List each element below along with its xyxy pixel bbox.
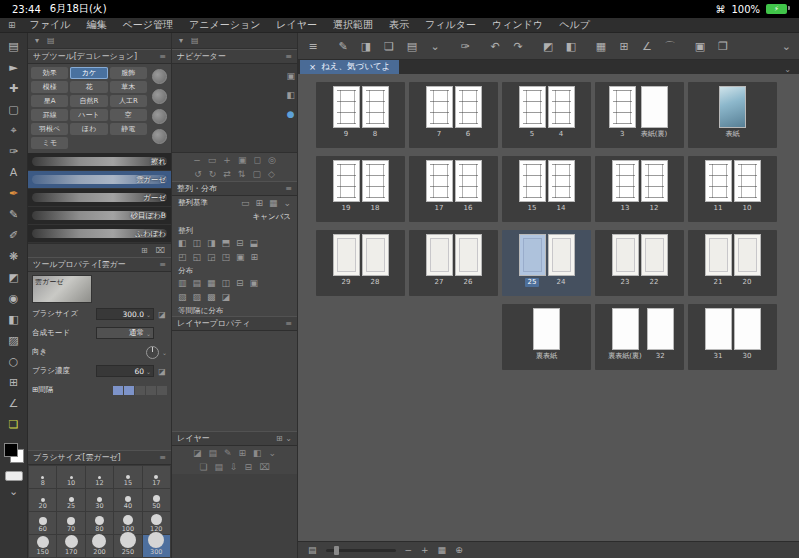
- frame-border-tool[interactable]: ⊞: [3, 372, 24, 393]
- page-thumbnail[interactable]: [426, 86, 453, 128]
- subtool-category-button[interactable]: 人工R: [110, 95, 147, 107]
- new-folder-icon[interactable]: ▤: [215, 462, 224, 472]
- align-bottom-left-icon[interactable]: ◱: [193, 252, 202, 262]
- align-top-right-icon[interactable]: ◳: [222, 252, 231, 262]
- page-cell[interactable]: 15: [519, 160, 546, 213]
- view-options-icon[interactable]: ▤: [308, 545, 317, 555]
- subtool-category-button[interactable]: 罫線: [31, 109, 68, 121]
- menu-item[interactable]: アニメーション: [181, 18, 268, 32]
- snap-special-ruler-icon[interactable]: ⌒: [663, 39, 677, 54]
- page-cell[interactable]: 25: [519, 234, 546, 287]
- distribute-gap-v-icon[interactable]: ▨: [193, 292, 202, 302]
- distribute-spread-icon[interactable]: ◪: [222, 292, 231, 302]
- menu-item[interactable]: フィルター: [417, 18, 484, 32]
- page-cell[interactable]: 17: [426, 160, 453, 213]
- align-h-center-icon[interactable]: ◫: [193, 238, 202, 248]
- main-menu-icon[interactable]: ≡: [306, 40, 320, 53]
- color-swatches[interactable]: [4, 443, 24, 463]
- basis-guide-icon[interactable]: ▦: [269, 198, 278, 208]
- page-thumbnail[interactable]: [647, 308, 674, 350]
- page-spread[interactable]: 3130: [688, 304, 777, 370]
- page-cell[interactable]: 12: [641, 160, 668, 213]
- menu-item[interactable]: ファイル: [22, 18, 79, 32]
- reset-view-icon[interactable]: ◎: [268, 155, 276, 165]
- page-cell[interactable]: 裏表紙(裏): [605, 308, 644, 361]
- zoom-out-icon[interactable]: −: [193, 155, 201, 165]
- auto-select-tool[interactable]: ⌖: [3, 120, 24, 141]
- brush-size-cell[interactable]: 50: [143, 489, 170, 511]
- page-cell[interactable]: 18: [362, 160, 389, 213]
- page-spread[interactable]: 2524: [502, 230, 591, 296]
- page-thumbnail[interactable]: [333, 86, 360, 128]
- brush-item[interactable]: 雲ガーゼ: [28, 171, 171, 189]
- page-thumbnail[interactable]: [734, 160, 761, 202]
- zoom-tool-icon[interactable]: ⊕: [455, 545, 463, 555]
- decoration-tool[interactable]: ❋: [3, 246, 24, 267]
- view-options-icon[interactable]: ▤: [308, 545, 317, 555]
- app-icon[interactable]: ⊞: [8, 20, 16, 30]
- color-set-swatch[interactable]: [5, 471, 23, 481]
- snap-grid-icon[interactable]: ⊞: [617, 40, 631, 53]
- brush-tip-preview-icon[interactable]: [152, 89, 167, 104]
- align-bottom-right-icon[interactable]: ◲: [207, 252, 216, 262]
- fit-to-screen-icon[interactable]: ▣: [238, 155, 247, 165]
- panel-menu-icon[interactable]: ≡: [159, 453, 166, 462]
- reset-all-icon[interactable]: ◇: [268, 169, 275, 179]
- flip-horizontal-icon[interactable]: ⇄: [223, 169, 231, 179]
- blend-tool[interactable]: ◉: [3, 288, 24, 309]
- page-spread[interactable]: 54: [502, 82, 591, 148]
- page-thumbnail[interactable]: [362, 160, 389, 202]
- align-top-left-icon[interactable]: ◰: [178, 252, 187, 262]
- interval-segment[interactable]: [113, 386, 123, 395]
- panel-menu-icon[interactable]: ≡: [285, 184, 292, 193]
- brush-size-cell[interactable]: 150: [29, 535, 56, 557]
- pencil-tool[interactable]: ✎: [3, 204, 24, 225]
- brush-item[interactable]: ガーゼ: [28, 189, 171, 207]
- page-cell[interactable]: 5: [519, 86, 546, 139]
- zoom-slider-icon[interactable]: ▭: [208, 155, 217, 165]
- subtool-category-button[interactable]: 服飾: [110, 67, 147, 79]
- page-spread[interactable]: 1110: [688, 156, 777, 222]
- thumbnail-zoom-slider[interactable]: [326, 549, 396, 552]
- page-thumbnail[interactable]: [641, 160, 668, 202]
- distribute-even-icon[interactable]: ▩: [207, 292, 216, 302]
- param-source-icon[interactable]: ◪: [157, 310, 167, 319]
- eraser-icon[interactable]: ◩: [541, 40, 555, 53]
- brush-size-cell[interactable]: 20: [29, 489, 56, 511]
- brush-tip-preview-icon[interactable]: [152, 109, 167, 124]
- page-thumbnail[interactable]: [734, 234, 761, 276]
- subtool-category-button[interactable]: 自然R: [70, 95, 107, 107]
- page-cell[interactable]: 6: [455, 86, 482, 139]
- flip-vertical-icon[interactable]: ⇅: [238, 169, 246, 179]
- align-top-icon[interactable]: ⬒: [222, 238, 231, 248]
- page-spread[interactable]: 裏表紙: [502, 304, 591, 370]
- brush-size-cell[interactable]: 8: [29, 466, 56, 488]
- brush-size-cell[interactable]: 70: [57, 512, 84, 534]
- brush-size-cell[interactable]: 200: [86, 535, 113, 557]
- grid-view-icon[interactable]: ▦: [438, 545, 447, 555]
- page-cell[interactable]: 3: [609, 86, 636, 139]
- page-cell[interactable]: 16: [455, 160, 482, 213]
- add-subtool-icon[interactable]: ⊞: [141, 246, 148, 255]
- page-cell[interactable]: 22: [641, 234, 668, 287]
- page-thumbnail[interactable]: [705, 234, 732, 276]
- interval-segment[interactable]: [124, 386, 134, 395]
- page-thumbnail[interactable]: [426, 160, 453, 202]
- slider-handle[interactable]: [334, 546, 339, 555]
- page-thumbnail[interactable]: [362, 86, 389, 128]
- subtool-category-button[interactable]: 星A: [31, 95, 68, 107]
- basis-selection-icon[interactable]: ⊞: [255, 198, 263, 208]
- page-thumbnail[interactable]: [705, 308, 732, 350]
- panel-menu-icon[interactable]: ≡: [285, 52, 292, 61]
- layer-mask-icon[interactable]: ◧: [253, 448, 262, 458]
- distribute-v-center-icon[interactable]: ⊟: [236, 278, 244, 288]
- distribute-h-left-icon[interactable]: ▥: [178, 278, 187, 288]
- brush-item[interactable]: 砂目ぼわB: [28, 207, 171, 225]
- page-cell[interactable]: 29: [333, 234, 360, 287]
- page-cell[interactable]: 24: [548, 234, 575, 287]
- page-spread[interactable]: 98: [316, 82, 405, 148]
- page-cell[interactable]: 28: [362, 234, 389, 287]
- distribute-v-top-icon[interactable]: ◫: [222, 278, 231, 288]
- page-cell[interactable]: 表紙(裏): [638, 86, 670, 139]
- layer-header-icon[interactable]: ⊞: [276, 434, 285, 443]
